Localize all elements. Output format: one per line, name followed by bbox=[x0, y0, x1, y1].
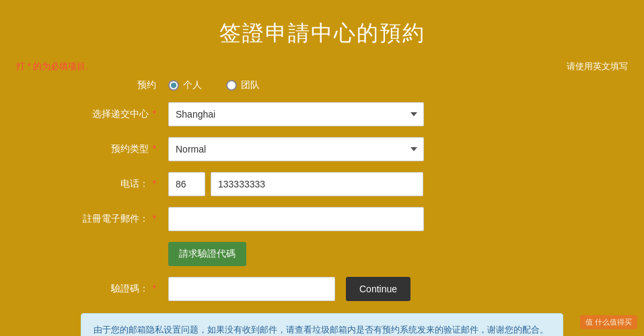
phone-row: 电话： * bbox=[81, 172, 563, 196]
radio-individual-label: 个人 bbox=[183, 79, 202, 91]
captcha-input[interactable] bbox=[168, 277, 335, 301]
radio-team[interactable]: 团队 bbox=[226, 79, 260, 91]
captcha-request-controls: 請求驗證代碼 bbox=[168, 242, 563, 266]
email-row: 註冊電子郵件： * bbox=[81, 207, 563, 231]
center-select[interactable]: Shanghai Beijing Guangzhou bbox=[168, 102, 424, 126]
email-required: * bbox=[150, 213, 156, 224]
continue-button[interactable]: Continue bbox=[346, 277, 410, 301]
center-controls: Shanghai Beijing Guangzhou bbox=[168, 102, 563, 126]
type-select-wrapper: Normal Priority bbox=[168, 137, 424, 161]
phone-controls bbox=[168, 172, 563, 196]
notice-text: 由于您的邮箱隐私设置问题，如果没有收到邮件，请查看垃圾邮箱内是否有预约系统发来的… bbox=[94, 325, 548, 335]
booking-controls: 个人 团队 bbox=[168, 79, 563, 91]
captcha-controls: Continue bbox=[168, 277, 563, 301]
booking-row: 预约 个人 团队 bbox=[81, 79, 563, 91]
radio-individual[interactable]: 个人 bbox=[168, 79, 202, 91]
captcha-request-button[interactable]: 請求驗證代碼 bbox=[168, 242, 246, 266]
header: 签證申請中心的預約 bbox=[0, 0, 644, 60]
radio-individual-circle[interactable] bbox=[168, 80, 179, 91]
notice-box: 由于您的邮箱隐私设置问题，如果没有收到邮件，请查看垃圾邮箱内是否有预约系统发来的… bbox=[81, 313, 563, 336]
captcha-required: * bbox=[150, 283, 156, 294]
country-code-input[interactable] bbox=[168, 172, 205, 196]
watermark: 值 什么值得买 bbox=[580, 315, 637, 329]
type-label: 预约类型 * bbox=[81, 143, 168, 155]
top-bar: 打 * 的为必填项目. 请使用英文填写 bbox=[0, 60, 644, 79]
language-note: 请使用英文填写 bbox=[567, 60, 628, 73]
radio-group: 个人 团队 bbox=[168, 79, 260, 91]
captcha-row: 驗證碼： * Continue bbox=[81, 277, 563, 301]
email-input[interactable] bbox=[168, 207, 424, 231]
phone-label: 电话： * bbox=[81, 178, 168, 190]
page-wrapper: 签證申請中心的預約 打 * 的为必填项目. 请使用英文填写 预约 个人 团队 bbox=[0, 0, 644, 336]
booking-label: 预约 bbox=[81, 79, 168, 91]
watermark-text: 值 什么值得买 bbox=[585, 318, 632, 326]
center-select-wrapper: Shanghai Beijing Guangzhou bbox=[168, 102, 424, 126]
phone-input[interactable] bbox=[211, 172, 423, 196]
radio-team-circle[interactable] bbox=[226, 80, 237, 91]
required-note: 打 * 的为必填项目. bbox=[16, 60, 88, 73]
center-row: 选择递交中心 * Shanghai Beijing Guangzhou bbox=[81, 102, 563, 126]
type-row: 预约类型 * Normal Priority bbox=[81, 137, 563, 161]
radio-team-label: 团队 bbox=[241, 79, 260, 91]
email-controls bbox=[168, 207, 563, 231]
email-label: 註冊電子郵件： * bbox=[81, 213, 168, 225]
captcha-request-row: 請求驗證代碼 bbox=[81, 242, 563, 266]
form-area: 预约 个人 团队 选择递交中心 * bbox=[0, 79, 644, 301]
type-controls: Normal Priority bbox=[168, 137, 563, 161]
center-label: 选择递交中心 * bbox=[81, 108, 168, 120]
center-required: * bbox=[150, 108, 156, 119]
required-note-text: 打 * 的为必填项目. bbox=[16, 61, 88, 71]
type-required: * bbox=[150, 143, 156, 154]
type-select[interactable]: Normal Priority bbox=[168, 137, 424, 161]
page-title: 签證申請中心的預約 bbox=[0, 19, 644, 48]
captcha-label: 驗證碼： * bbox=[81, 283, 168, 295]
phone-required: * bbox=[150, 178, 156, 189]
